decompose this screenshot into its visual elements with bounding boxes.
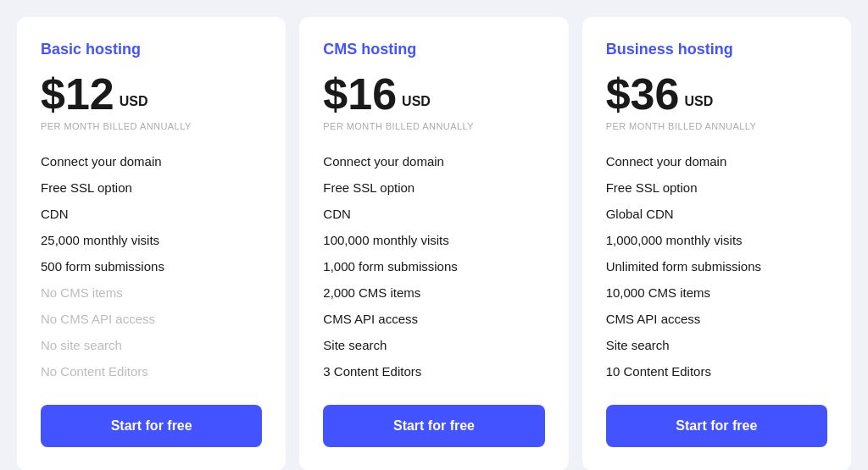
feature-item: 3 Content Editors: [323, 358, 544, 384]
price-row: $12USD: [41, 72, 262, 116]
feature-item: 25,000 monthly visits: [41, 227, 262, 253]
feature-item: 500 form submissions: [41, 253, 262, 279]
price-row: $36USD: [606, 72, 827, 116]
cta-button[interactable]: Start for free: [41, 405, 262, 447]
pricing-card-basic: Basic hosting$12USDPer month billed annu…: [17, 17, 286, 470]
feature-item: No Content Editors: [41, 358, 262, 384]
feature-item: 1,000 form submissions: [323, 253, 544, 279]
feature-item: Free SSL option: [41, 174, 262, 201]
plan-title: CMS hosting: [323, 41, 544, 58]
feature-item: Connect your domain: [323, 148, 544, 174]
pricing-card-business: Business hosting$36USDPer month billed a…: [582, 17, 851, 470]
cta-button[interactable]: Start for free: [606, 405, 827, 447]
feature-item: Unlimited form submissions: [606, 253, 827, 279]
price-period: Per month billed annually: [323, 121, 544, 131]
feature-item: 10 Content Editors: [606, 358, 827, 384]
price-currency: USD: [684, 94, 713, 109]
feature-item: 10,000 CMS items: [606, 279, 827, 306]
feature-item: Connect your domain: [41, 148, 262, 174]
features-list: Connect your domainFree SSL optionCDN25,…: [41, 148, 262, 384]
price-row: $16USD: [323, 72, 544, 116]
feature-item: Global CDN: [606, 201, 827, 227]
feature-item: CMS API access: [606, 306, 827, 332]
features-list: Connect your domainFree SSL optionGlobal…: [606, 148, 827, 384]
price-amount: $36: [606, 72, 680, 116]
pricing-container: Basic hosting$12USDPer month billed annu…: [17, 17, 851, 470]
feature-item: CDN: [323, 201, 544, 227]
feature-item: No CMS API access: [41, 306, 262, 332]
feature-item: 1,000,000 monthly visits: [606, 227, 827, 253]
price-currency: USD: [402, 94, 431, 109]
feature-item: No CMS items: [41, 279, 262, 306]
price-amount: $16: [323, 72, 397, 116]
features-list: Connect your domainFree SSL optionCDN100…: [323, 148, 544, 384]
feature-item: 2,000 CMS items: [323, 279, 544, 306]
feature-item: No site search: [41, 332, 262, 358]
price-period: Per month billed annually: [606, 121, 827, 131]
feature-item: Free SSL option: [323, 174, 544, 201]
price-amount: $12: [41, 72, 114, 116]
cta-button[interactable]: Start for free: [323, 405, 544, 447]
plan-title: Business hosting: [606, 41, 827, 58]
feature-item: 100,000 monthly visits: [323, 227, 544, 253]
price-currency: USD: [120, 94, 148, 109]
feature-item: Site search: [323, 332, 544, 358]
feature-item: CMS API access: [323, 306, 544, 332]
plan-title: Basic hosting: [41, 41, 262, 58]
feature-item: CDN: [41, 201, 262, 227]
feature-item: Connect your domain: [606, 148, 827, 174]
feature-item: Free SSL option: [606, 174, 827, 201]
feature-item: Site search: [606, 332, 827, 358]
pricing-card-cms: CMS hosting$16USDPer month billed annual…: [299, 17, 568, 470]
price-period: Per month billed annually: [41, 121, 262, 131]
